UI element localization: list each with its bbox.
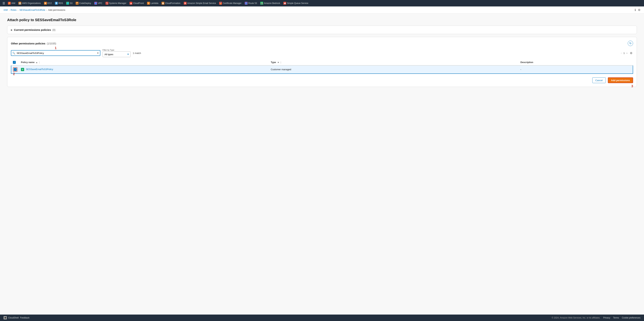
ec2-icon: ⚙	[44, 2, 47, 5]
breadcrumb-iam[interactable]: IAM	[4, 9, 8, 11]
nav-sqs-label: Simple Queue Service	[287, 2, 308, 5]
pagination-current: 1	[624, 52, 625, 54]
match-count: 1 match	[133, 52, 141, 54]
policy-table: ✓ Policy name ▲ | Type ▼ | Description	[11, 59, 633, 74]
nav-codedeploy-label: CodeDeploy	[79, 2, 91, 5]
cloudfront-icon: ☁	[130, 2, 132, 5]
rds-icon: 🗄	[55, 2, 58, 5]
other-permissions-count: (1/1035)	[47, 42, 56, 45]
cancel-button[interactable]: Cancel	[592, 77, 606, 83]
systems-manager-icon: 🔧	[106, 2, 108, 5]
s3-icon: 🪣	[66, 2, 69, 5]
search-clear-button[interactable]: ✕	[97, 52, 99, 54]
info-button[interactable]: ℹ	[635, 8, 636, 12]
current-permissions-header[interactable]: ▶ Current permissions policies (0)	[7, 26, 637, 34]
filter-label: Filter by Type	[102, 49, 130, 51]
nav-cloudformation[interactable]: 📋 CloudFormation	[160, 2, 182, 5]
nav-ec2[interactable]: ⚙ EC2	[43, 2, 53, 5]
breadcrumb-bar: IAM › Roles › SESSaveEmailToS3Role › Add…	[0, 7, 644, 14]
nav-lambda-label: Lambda	[150, 2, 158, 5]
pagination-next[interactable]: ›	[626, 51, 628, 55]
add-permissions-button[interactable]: Add permissions	[608, 77, 633, 83]
action-row: Cancel Add permissions 3	[11, 77, 633, 83]
cloudshell-link[interactable]: CloudShell	[8, 316, 18, 319]
nav-ses[interactable]: ✉ Amazon Simple Email Service	[183, 2, 217, 5]
nav-cert-manager-label: Certificate Manager	[223, 2, 242, 5]
nav-bedrock-label: Amazon Bedrock	[264, 2, 280, 5]
current-permissions-title: Current permissions policies (0)	[14, 28, 56, 31]
th-description[interactable]: Description	[518, 59, 633, 65]
refresh-button[interactable]: ↻	[628, 41, 633, 46]
nav-aws-org-label: AWS Organizations	[22, 2, 40, 5]
annotation-2: 2	[13, 72, 15, 76]
nav-lambda[interactable]: λ Lambda	[146, 2, 160, 5]
th-type[interactable]: Type ▼ |	[269, 59, 518, 65]
nav-aws-org[interactable]: 🏢 AWS Organizations	[17, 2, 42, 5]
nav-systems-manager[interactable]: 🔧 Systems Manager	[104, 2, 128, 5]
menu-icon[interactable]: ☰	[2, 1, 6, 6]
nav-cert-manager[interactable]: 🏅 Certificate Manager	[218, 2, 242, 5]
nav-rds[interactable]: 🗄 RDS	[54, 2, 64, 5]
th-checkbox[interactable]: ✓	[11, 59, 19, 65]
breadcrumb-sep-2: ›	[18, 9, 18, 11]
panel-toggle-icon: ▶	[11, 29, 12, 31]
nav-rds-label: RDS	[58, 2, 63, 5]
other-permissions-panel: Other permissions policies (1/1035) ↻ 1 …	[7, 37, 637, 87]
row-checkbox-cell[interactable]: ✓ 2	[11, 65, 19, 74]
other-permissions-title: Other permissions policies (1/1035)	[11, 42, 56, 45]
table-body: ✓ 2 ⊞ SESSaveEmailToS3Policy Customer ma…	[11, 65, 633, 74]
nav-s3-label: S3	[70, 2, 72, 5]
vpc-icon: 🔷	[94, 2, 97, 5]
codedeploy-icon: 📦	[76, 2, 78, 5]
sqs-icon: 📨	[283, 2, 286, 5]
footer: ⬛ CloudShell Feedback © 2024, Amazon Web…	[0, 314, 644, 321]
privacy-link[interactable]: Privacy	[603, 316, 610, 319]
sort-name-icon: ▲	[36, 61, 38, 63]
row-checkbox[interactable]: ✓	[14, 68, 17, 71]
nav-bedrock[interactable]: 🪨 Amazon Bedrock	[259, 2, 281, 5]
pagination-prev[interactable]: ‹	[620, 51, 622, 55]
policy-name-link[interactable]: SESSaveEmailToS3Policy	[26, 68, 53, 71]
select-all-checkbox[interactable]: ✓	[13, 61, 16, 64]
nav-iam[interactable]: 🔑 IAM	[7, 2, 16, 5]
nav-cloudfront-label: CloudFront	[133, 2, 144, 5]
cloudformation-icon: 📋	[162, 2, 164, 5]
cookie-link[interactable]: Cookie preferences	[622, 316, 640, 319]
current-permissions-title-text: Current permissions policies	[14, 28, 51, 31]
breadcrumb-roles[interactable]: Roles	[10, 9, 16, 11]
other-permissions-panel-header: Other permissions policies (1/1035) ↻	[11, 41, 633, 46]
route53-icon: 🌐	[245, 2, 248, 5]
page-title: Attach policy to SESSaveEmailToS3Role	[7, 18, 637, 22]
feedback-link[interactable]: Feedback	[20, 316, 30, 319]
th-policy-name[interactable]: Policy name ▲ |	[19, 59, 269, 65]
table-settings-button[interactable]: ⚙	[629, 51, 633, 55]
settings-button[interactable]: ⚙	[638, 8, 640, 12]
table-header: ✓ Policy name ▲ | Type ▼ | Description	[11, 59, 633, 65]
filter-by-type: Filter by Type All types AWS managed Cus…	[102, 49, 130, 57]
nav-vpc[interactable]: 🔷 VPC	[93, 2, 104, 5]
nav-cloudfront[interactable]: ☁ CloudFront	[128, 2, 145, 5]
nav-s3[interactable]: 🪣 S3	[65, 2, 74, 5]
table-header-row: ✓ Policy name ▲ | Type ▼ | Description	[11, 59, 633, 65]
row-type-cell: Customer managed	[269, 65, 518, 74]
cloudshell-icon: ⬛	[4, 316, 7, 319]
current-permissions-count: (0)	[52, 29, 56, 31]
nav-route53-label: Route 53	[248, 2, 257, 5]
nav-route53[interactable]: 🌐 Route 53	[244, 2, 258, 5]
nav-vpc-label: VPC	[98, 2, 102, 5]
terms-link[interactable]: Terms	[613, 316, 619, 319]
breadcrumb-role-name[interactable]: SESSaveEmailToS3Role	[19, 9, 45, 11]
annotation-3: 3	[631, 84, 633, 88]
breadcrumb-current: Add permissions	[48, 9, 65, 11]
copyright-text: © 2024, Amazon Web Services, Inc. or its…	[552, 316, 600, 319]
filter-type-select[interactable]: All types AWS managed Customer managed C…	[102, 51, 130, 57]
nav-sqs[interactable]: 📨 Simple Queue Service	[282, 2, 309, 5]
table-row[interactable]: ✓ 2 ⊞ SESSaveEmailToS3Policy Customer ma…	[11, 65, 633, 74]
nav-codedeploy[interactable]: 📦 CodeDeploy	[74, 2, 92, 5]
bedrock-icon: 🪨	[260, 2, 263, 5]
breadcrumb-sep-3: ›	[46, 9, 47, 11]
nav-iam-label: IAM	[12, 2, 15, 5]
breadcrumb-actions: ℹ ⚙	[635, 8, 640, 12]
cert-manager-icon: 🏅	[219, 2, 222, 5]
search-input[interactable]	[11, 50, 100, 56]
